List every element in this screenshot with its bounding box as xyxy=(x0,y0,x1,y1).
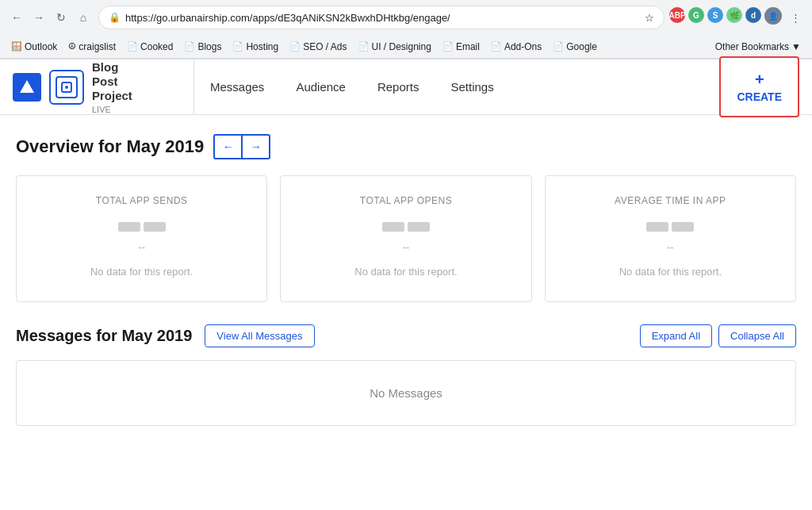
overview-nav-arrows: ← → xyxy=(213,134,270,159)
brand-status: LIVE xyxy=(92,105,132,114)
bookmark-cooked-label: Cooked xyxy=(140,41,173,52)
blogs-icon: 📄 xyxy=(184,41,195,52)
ext-leaf[interactable]: 🌿 xyxy=(726,7,742,23)
bookmark-blogs-label: Blogs xyxy=(197,41,221,52)
bookmark-google-label: Google xyxy=(566,41,597,52)
lock-icon: 🔒 xyxy=(109,12,121,23)
bookmark-hosting-label: Hosting xyxy=(246,41,278,52)
ext-avatar[interactable]: 👤 xyxy=(764,7,782,25)
ext-g[interactable]: G xyxy=(688,7,704,23)
overview-header: Overview for May 2019 ← → xyxy=(16,134,796,159)
svg-marker-0 xyxy=(20,80,34,93)
email-icon: 📄 xyxy=(442,41,454,52)
more-options-button[interactable]: ⋮ xyxy=(785,7,806,28)
nav-settings[interactable]: Settings xyxy=(450,77,493,97)
app-container: Blog Post Project LIVE Messages Audience… xyxy=(0,59,812,510)
ext-s[interactable]: S xyxy=(707,7,723,23)
chevron-down-icon: ▼ xyxy=(791,41,801,52)
bookmark-blogs[interactable]: 📄 Blogs xyxy=(179,39,226,55)
bookmark-add-ons-label: Add-Ons xyxy=(504,41,542,52)
craigslist-icon: ☮ xyxy=(68,41,76,52)
messages-header: Messages for May 2019 View All Messages … xyxy=(16,324,796,347)
stat-opens-placeholder xyxy=(382,222,430,232)
bookmark-email-label: Email xyxy=(456,41,480,52)
no-messages-text: No Messages xyxy=(370,386,442,400)
svg-point-2 xyxy=(65,86,68,89)
nav-actions: + CREATE xyxy=(707,56,812,117)
no-messages-box: No Messages xyxy=(16,360,796,426)
ext-abp[interactable]: ABP xyxy=(669,7,685,23)
bookmark-cooked[interactable]: 📄 Cooked xyxy=(122,39,178,55)
create-label: CREATE xyxy=(737,90,782,103)
star-icon: ☆ xyxy=(645,12,654,24)
bookmark-ui-designing[interactable]: 📄 UI / Designing xyxy=(354,39,436,55)
bookmark-other[interactable]: Other Bookmarks ▼ xyxy=(710,39,806,55)
messages-header-left: Messages for May 2019 View All Messages xyxy=(16,324,315,347)
brand-line3: Project xyxy=(92,89,132,102)
stat-bar-1 xyxy=(118,222,140,232)
create-button[interactable]: + CREATE xyxy=(719,56,799,117)
messages-section: Messages for May 2019 View All Messages … xyxy=(16,324,796,426)
stat-opens-value: -- xyxy=(403,241,410,253)
top-nav: Blog Post Project LIVE Messages Audience… xyxy=(0,59,812,115)
stat-bar-6 xyxy=(672,222,694,232)
stat-time-no-data: No data for this report. xyxy=(619,266,722,278)
expand-all-button[interactable]: Expand All xyxy=(640,324,712,347)
stat-time-label: AVERAGE TIME IN APP xyxy=(615,195,726,206)
urbanairship-logo[interactable] xyxy=(13,73,41,102)
stat-bar-5 xyxy=(646,222,668,232)
stat-opens-no-data: No data for this report. xyxy=(354,266,457,278)
back-button[interactable]: ← xyxy=(6,7,27,28)
plus-icon: + xyxy=(755,71,764,89)
add-ons-icon: 📄 xyxy=(491,41,502,52)
url-text: https://go.urbanairship.com/apps/dE3qANi… xyxy=(125,12,640,24)
bookmark-craigslist[interactable]: ☮ craigslist xyxy=(63,39,121,55)
bookmark-outlook-label: Outlook xyxy=(25,41,57,52)
browser-nav-buttons: ← → ↻ ⌂ xyxy=(6,7,94,28)
bookmark-google[interactable]: 📄 Google xyxy=(548,39,602,55)
bookmark-seo-ads[interactable]: 📄 SEO / Ads xyxy=(285,39,351,55)
bookmark-outlook[interactable]: 🪟 Outlook xyxy=(6,39,62,55)
next-month-button[interactable]: → xyxy=(242,134,270,159)
nav-reports[interactable]: Reports xyxy=(377,77,419,97)
main-content: Overview for May 2019 ← → TOTAL APP SEND… xyxy=(0,115,812,510)
stat-opens-label: TOTAL APP OPENS xyxy=(360,195,452,206)
bookmarks-bar: 🪟 Outlook ☮ craigslist 📄 Cooked 📄 Blogs … xyxy=(0,35,812,59)
bookmark-add-ons[interactable]: 📄 Add-Ons xyxy=(486,39,546,55)
messages-title: Messages for May 2019 xyxy=(16,327,192,345)
hosting-icon: 📄 xyxy=(232,41,243,52)
bookmark-craigslist-label: craigslist xyxy=(79,41,116,52)
reload-button[interactable]: ↻ xyxy=(51,7,71,28)
prev-month-button[interactable]: ← xyxy=(213,134,242,159)
home-button[interactable]: ⌂ xyxy=(73,7,94,28)
stat-sends-label: TOTAL APP SENDS xyxy=(96,195,188,206)
bookmark-ui-designing-label: UI / Designing xyxy=(372,41,431,52)
stat-bar-4 xyxy=(408,222,430,232)
view-all-messages-button[interactable]: View All Messages xyxy=(205,324,314,347)
cooked-icon: 📄 xyxy=(127,41,138,52)
stat-bar-2 xyxy=(144,222,166,232)
bookmark-other-label: Other Bookmarks xyxy=(715,41,789,52)
bookmark-hosting[interactable]: 📄 Hosting xyxy=(228,39,283,55)
stat-card-opens: TOTAL APP OPENS -- No data for this repo… xyxy=(280,175,531,302)
messages-header-right: Expand All Collapse All xyxy=(640,324,796,347)
collapse-all-button[interactable]: Collapse All xyxy=(718,324,796,347)
forward-button[interactable]: → xyxy=(29,7,49,28)
bookmark-seo-ads-label: SEO / Ads xyxy=(303,41,347,52)
app-icon-inner xyxy=(56,76,78,98)
bookmark-email[interactable]: 📄 Email xyxy=(438,39,485,55)
nav-messages[interactable]: Messages xyxy=(210,77,264,97)
ext-d[interactable]: d xyxy=(745,7,761,23)
browser-actions: ABP G S 🌿 d 👤 ⋮ xyxy=(669,7,806,28)
outlook-icon: 🪟 xyxy=(11,41,22,52)
ui-designing-icon: 📄 xyxy=(358,41,370,52)
browser-chrome: ← → ↻ ⌂ 🔒 https://go.urbanairship.com/ap… xyxy=(0,0,812,59)
brand-section: Blog Post Project LIVE xyxy=(0,59,194,115)
brand-line1: Blog xyxy=(92,60,118,74)
app-icon-box xyxy=(49,70,84,105)
nav-audience[interactable]: Audience xyxy=(296,77,346,97)
brand-line2: Post xyxy=(92,75,118,88)
nav-links: Messages Audience Reports Settings xyxy=(194,59,707,115)
address-bar[interactable]: 🔒 https://go.urbanairship.com/apps/dE3qA… xyxy=(98,6,665,29)
stats-grid: TOTAL APP SENDS -- No data for this repo… xyxy=(16,175,796,302)
